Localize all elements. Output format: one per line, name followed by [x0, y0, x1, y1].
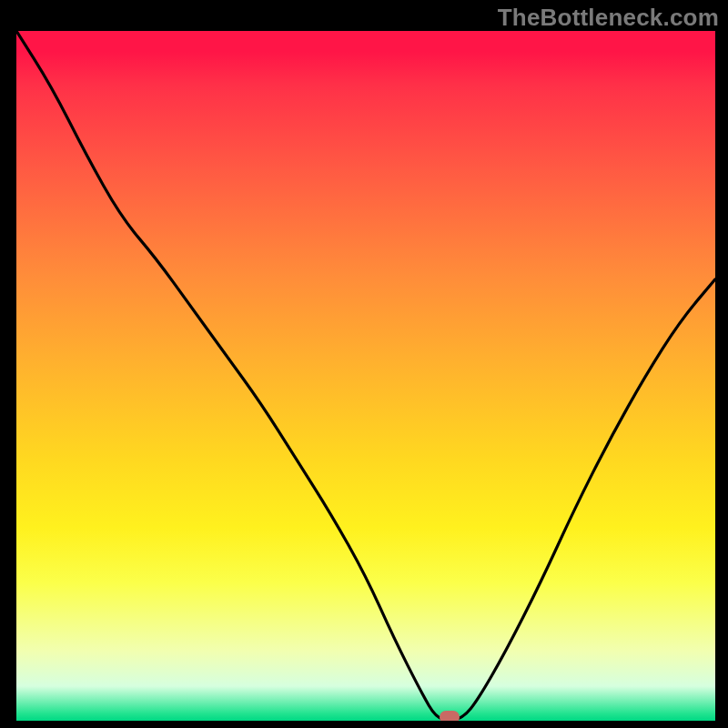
watermark-text: TheBottleneck.com: [498, 4, 719, 32]
bottleneck-curve: [16, 31, 715, 721]
plot-area: [16, 31, 715, 721]
optimal-point-marker: [440, 711, 460, 721]
chart-container: TheBottleneck.com: [0, 0, 728, 728]
